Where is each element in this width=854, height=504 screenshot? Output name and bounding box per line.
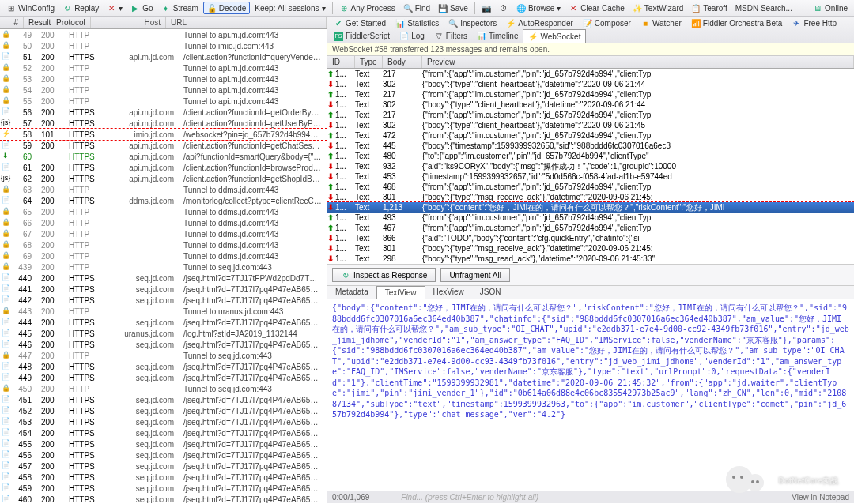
frame-row[interactable]: ⬆1...Text467{"from":{"app":"im.customer"…: [327, 223, 854, 233]
replay-button[interactable]: ↻Replay: [59, 2, 102, 14]
session-row[interactable]: 📄453200HTTPSseq.jd.com/jseq.html?d=7TJ17…: [0, 416, 327, 427]
unfragment-button[interactable]: Unfragment All: [440, 268, 510, 282]
frame-row[interactable]: ⬆1...Text468{"from":{"app":"im.customer"…: [327, 182, 854, 192]
frame-row[interactable]: ⬆1...Text493{"from":{"app":"im.customer"…: [327, 213, 854, 223]
session-row[interactable]: 📄446200HTTPSseq.jd.com/jseq.html?d=7TJ17…: [0, 339, 327, 350]
session-row[interactable]: 📄61200HTTPSapi.m.jd.com/client.action?fu…: [0, 162, 327, 173]
frame-row[interactable]: ⬆1...Text217{"from":{"app":"im.customer"…: [327, 89, 854, 100]
session-row[interactable]: 📄59200HTTPSapi.m.jd.com/client.action?fu…: [0, 140, 327, 151]
session-row[interactable]: 🔒450200HTTPTunnel to seq.jd.com:443: [0, 383, 327, 394]
session-row[interactable]: 📄457200HTTPSseq.jd.com/jseq.html?d=7TJ17…: [0, 461, 327, 472]
session-row[interactable]: 🔒54200HTTPTunnel to api.m.jd.com:443: [0, 85, 327, 96]
frame-row[interactable]: ⬇1...Text298{"body":{"type":"msg_read_ac…: [327, 254, 854, 264]
remove-button[interactable]: ✕▾: [104, 2, 126, 14]
online-button[interactable]: 🖥Online: [810, 2, 851, 14]
session-row[interactable]: 🔒49200HTTPTunnel to api.m.jd.com:443: [0, 29, 327, 40]
tab-statistics[interactable]: 📊Statistics: [391, 17, 444, 29]
msdn-search[interactable]: MSDN Search...: [732, 2, 795, 14]
subtab-textview[interactable]: TextView: [376, 286, 425, 299]
session-row[interactable]: 📄64200HTTPSddms.jd.com/monitorlog/collec…: [0, 195, 327, 206]
frame-row[interactable]: ⬇1...Text301{"body":{"type":"msg_receive…: [327, 243, 854, 254]
inspect-response-button[interactable]: ↻Inspect as Response: [332, 268, 436, 282]
session-row[interactable]: 📄452200HTTPSseq.jd.com/jseq.html?d=7TJ17…: [0, 405, 327, 416]
col-body[interactable]: Body: [383, 56, 422, 68]
camera-button[interactable]: 📷: [478, 2, 494, 14]
winconfig-button[interactable]: ⊞WinConfig: [3, 2, 58, 14]
browse-button[interactable]: 🌐Browse ▾: [513, 2, 564, 14]
session-row[interactable]: 🔒439200HTTPTunnel to seq.jd.com:443: [0, 261, 327, 273]
frame-row[interactable]: ⬆1...Text480{"to":{"app":"im.customer","…: [327, 151, 854, 161]
col-result[interactable]: Result: [24, 17, 51, 28]
frame-row[interactable]: ⬆1...Text217{"from":{"app":"im.customer"…: [327, 110, 854, 120]
session-row[interactable]: 🔒50200HTTPTunnel to imio.jd.com:443: [0, 40, 327, 51]
go-button[interactable]: ▶Go: [127, 2, 156, 14]
session-row[interactable]: 🔒65200HTTPTunnel to ddms.jd.com:443: [0, 206, 327, 217]
frame-row[interactable]: ⬇1...Text302{"body":{"type":"client_hear…: [327, 120, 854, 130]
session-row[interactable]: 🔒53200HTTPTunnel to api.m.jd.com:443: [0, 73, 327, 85]
session-row[interactable]: 📄440200HTTPSseq.jd.com/jseq.html?d=7TJ17…: [0, 273, 327, 284]
session-row[interactable]: 📄448200HTTPSseq.jd.com/jseq.html?d=7TJ17…: [0, 361, 327, 372]
tab-log[interactable]: 📄Log: [395, 29, 429, 43]
session-row[interactable]: 📄445200HTTPSuranus.jd.com/log.html?stId=…: [0, 328, 327, 339]
session-row[interactable]: 📄442200HTTPSseq.jd.com/jseq.html?d=7TJ17…: [0, 295, 327, 306]
subtab-hexview[interactable]: HexView: [425, 286, 472, 299]
session-row[interactable]: 📄56200HTTPSapi.m.jd.com/client.action?fu…: [0, 107, 327, 118]
session-row[interactable]: ⬇60HTTPSapi.m.jd.com/api?functionId=smar…: [0, 151, 327, 162]
col-id[interactable]: ID: [327, 56, 355, 68]
session-row[interactable]: 📄455200HTTPSseq.jd.com/jseq.html?d=7TJ17…: [0, 438, 327, 449]
decode-button[interactable]: 🔓Decode: [203, 2, 250, 14]
session-row[interactable]: 🔒69200HTTPTunnel to ddms.jd.com:443: [0, 250, 327, 261]
stream-button[interactable]: ♦Stream: [158, 2, 202, 14]
col-type[interactable]: Type: [355, 56, 383, 68]
subtab-metadata[interactable]: Metadata: [327, 286, 376, 299]
frame-row[interactable]: ⬇1...Text301{"body":{"type":"msg_receive…: [327, 192, 854, 202]
session-row[interactable]: 📄451200HTTPSseq.jd.com/jseq.html?d=7TJ17…: [0, 394, 327, 405]
tab-freehttp[interactable]: ✈Free Http: [787, 17, 841, 29]
session-row[interactable]: 📄454200HTTPSseq.jd.com/jseq.html?d=7TJ17…: [0, 427, 327, 438]
frame-row[interactable]: ⬇1...Text302{"body":{"type":"client_hear…: [327, 79, 854, 89]
frame-row[interactable]: ⬇1...Text445{"body":{"timestamp":1599399…: [327, 141, 854, 151]
tab-timeline[interactable]: 📊Timeline: [472, 29, 523, 43]
frame-row[interactable]: ⬇1...Text866{"aid":"TODO","body":{"conte…: [327, 233, 854, 243]
session-row[interactable]: 📄444200HTTPSseq.jd.com/jseq.html?d=7TJ17…: [0, 317, 327, 328]
textwizard-button[interactable]: ✨TextWizard: [629, 2, 686, 14]
session-row[interactable]: 🔒67200HTTPTunnel to ddms.jd.com:443: [0, 228, 327, 239]
session-row[interactable]: 📄459200HTTPSseq.jd.com/jseq.html?d=7TJ17…: [0, 483, 327, 494]
session-row[interactable]: 🔒63200HTTPTunnel to ddms.jd.com:443: [0, 184, 327, 195]
tab-composer[interactable]: 📝Composer: [578, 17, 636, 29]
frame-row[interactable]: ⬇1...Text1,213{"body":{"content":"您好，JIM…: [327, 202, 854, 213]
anyprocess-button[interactable]: ⊕Any Process: [336, 2, 399, 14]
session-row[interactable]: 🔒66200HTTPTunnel to ddms.jd.com:443: [0, 217, 327, 228]
timer-button[interactable]: ⏱: [496, 2, 512, 14]
frame-row[interactable]: ⬇1...Text302{"body":{"type":"client_hear…: [327, 100, 854, 110]
tab-inspectors[interactable]: 🔍Inspectors: [444, 17, 501, 29]
tab-getstarted[interactable]: ✔Get Started: [329, 17, 391, 29]
subtab-json[interactable]: JSON: [472, 286, 509, 299]
session-row[interactable]: 📄441200HTTPSseq.jd.com/jseq.html?d=7TJ17…: [0, 284, 327, 295]
tab-autoresponder[interactable]: ⚡AutoResponder: [501, 17, 578, 29]
session-row[interactable]: 📄449200HTTPSseq.jd.com/jseq.html?d=7TJ17…: [0, 372, 327, 383]
col-preview[interactable]: Preview: [422, 56, 854, 68]
frame-row[interactable]: ⬆1...Text217{"from":{"app":"im.customer"…: [327, 69, 854, 79]
tearoff-button[interactable]: 📋Tearoff: [688, 2, 730, 14]
find-button[interactable]: 🔍Find: [400, 2, 433, 14]
col-host[interactable]: Host: [91, 17, 166, 28]
find-box[interactable]: Find... (press Ctrl+Enter to highlight a…: [401, 493, 760, 502]
session-row[interactable]: ⚡58101HTTPSimio.jd.com/websocket?pin=jd_…: [0, 129, 327, 140]
col-protocol[interactable]: Protocol: [51, 17, 91, 28]
keep-dropdown[interactable]: Keep: All sessions ▾: [251, 2, 328, 14]
col-num[interactable]: #: [0, 17, 24, 28]
tab-websocket[interactable]: ⚡WebSocket: [523, 29, 586, 43]
session-row[interactable]: {js}57200HTTPSapi.m.jd.com/client.action…: [0, 118, 327, 129]
session-row[interactable]: 📄51200HTTPSapi.m.jd.com/client.action?fu…: [0, 51, 327, 62]
tab-fiddlerscript[interactable]: FSFiddlerScript: [329, 29, 395, 43]
session-row[interactable]: 🔒443200HTTPTunnel to uranus.jd.com:443: [0, 306, 327, 317]
session-row[interactable]: 📄458200HTTPSseq.jd.com/jseq.html?d=7TJ17…: [0, 472, 327, 483]
tab-filters[interactable]: ▽Filters: [429, 29, 472, 43]
session-row[interactable]: 🔒68200HTTPTunnel to ddms.jd.com:443: [0, 239, 327, 250]
session-row[interactable]: 🔒55200HTTPTunnel to api.m.jd.com:443: [0, 96, 327, 107]
col-url[interactable]: URL: [166, 17, 327, 28]
frame-row[interactable]: ⬆1...Text472{"from":{"app":"im.customer"…: [327, 130, 854, 141]
clearcache-button[interactable]: ✕Clear Cache: [565, 2, 628, 14]
raw-text-view[interactable]: {"body":{"content":"您好，JIMI在的，请问有什么可以帮您？…: [327, 299, 854, 491]
